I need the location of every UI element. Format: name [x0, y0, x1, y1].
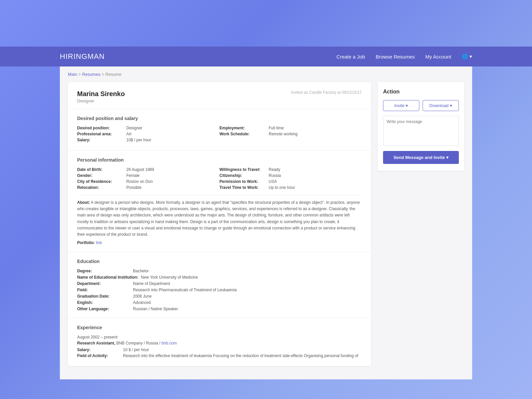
- grad-date-value: 2008 June: [133, 294, 152, 299]
- exp-company: Research Assistant, BNB Company / Russia…: [77, 341, 362, 345]
- desired-employment-label: Employment:: [219, 126, 266, 130]
- desired-position-value: Designer: [126, 126, 142, 130]
- desired-area-label: Professional area:: [77, 132, 124, 136]
- relocation-row: Relocation: Possible: [77, 185, 219, 190]
- english-row: English: Advanced: [77, 300, 362, 305]
- nav-language-selector[interactable]: 🌐 ▾: [462, 54, 472, 60]
- content-layout: Marina Sirenko Designer Invited as Candl…: [68, 82, 464, 366]
- desired-salary-label: Salary:: [77, 138, 124, 142]
- degree-row: Degree: Bachelor: [77, 269, 362, 273]
- personal-right: Willingness to Travel: Ready Citizenship…: [219, 167, 362, 191]
- nav-browse-resumes[interactable]: Browse Resumes: [376, 54, 415, 60]
- travel-label: Willingness to Travel:: [219, 167, 266, 172]
- brand-logo[interactable]: HIRINGMAN: [60, 52, 105, 61]
- desired-salary-row: Salary: 10$ / per hour: [77, 138, 219, 142]
- travel-value: Ready: [269, 167, 280, 172]
- department-row: Department: Name of Department: [77, 281, 362, 286]
- action-panel: Action Invite ▾ Download ▾ Send Message …: [378, 82, 464, 171]
- field-row: Field: Research into Pharmaceuticals of …: [77, 288, 362, 292]
- desired-info-grid: Desired position: Designer Professional …: [77, 126, 362, 144]
- breadcrumb-main[interactable]: Main: [68, 72, 77, 77]
- exp-field-row: Field of Activity: Research into the eff…: [77, 353, 362, 358]
- breadcrumb-resumes[interactable]: Resumes: [82, 72, 100, 77]
- city-value: Rostov on Don: [126, 179, 153, 184]
- desired-salary-value: 10$ / per hour: [126, 138, 151, 142]
- nav-links: Create a Job Browse Resumes My Account 🌐…: [336, 54, 472, 60]
- citizenship-label: Citizenship:: [219, 173, 266, 178]
- desired-employment-value: Full time: [269, 126, 284, 130]
- desired-position-row: Desired position: Designer: [77, 126, 219, 130]
- nav-create-job[interactable]: Create a Job: [336, 54, 365, 60]
- field-label: Field:: [77, 288, 130, 292]
- travel-time-row: Travel Time to Work: Up to one hour: [219, 185, 362, 190]
- message-textarea[interactable]: [383, 116, 459, 146]
- dob-label: Date of Birth:: [77, 167, 124, 172]
- desired-employment-row: Employment: Full time: [219, 126, 362, 130]
- personal-info-grid: Date of Birth: 26 August 1989 Gender: Fe…: [77, 167, 362, 191]
- action-buttons: Invite ▾ Download ▾: [383, 100, 459, 111]
- brand-light: MAN: [87, 52, 105, 61]
- other-lang-label: Other Language:: [77, 307, 130, 311]
- other-lang-row: Other Language: Russian / Native Speaker: [77, 307, 362, 311]
- department-label: Department:: [77, 281, 130, 286]
- invite-button[interactable]: Invite ▾: [383, 100, 419, 111]
- navbar: HIRINGMAN Create a Job Browse Resumes My…: [0, 47, 532, 66]
- desired-position-label: Desired position:: [77, 126, 124, 130]
- brand-bold: HIRING: [60, 52, 87, 61]
- desired-schedule-label: Work Schedule:: [219, 132, 266, 136]
- divider: [77, 195, 362, 196]
- permission-value: USA: [269, 179, 277, 184]
- personal-section: Personal information Date of Birth: 26 A…: [68, 151, 371, 252]
- personal-left: Date of Birth: 26 August 1989 Gender: Fe…: [77, 167, 219, 191]
- institution-value: New York University of Medicine: [141, 275, 198, 280]
- desired-schedule-row: Work Schedule: Remote working: [219, 132, 362, 136]
- exp-company-link[interactable]: bnb.com: [162, 341, 177, 345]
- grad-date-label: Graduation Date:: [77, 294, 130, 299]
- desired-area-value: Art: [126, 132, 131, 136]
- about-content: A designer is a person who designs. More…: [77, 200, 360, 237]
- resume-header: Marina Sirenko Designer Invited as Candl…: [68, 82, 371, 109]
- desired-area-row: Professional area: Art: [77, 132, 219, 136]
- portfolio-label: Portfolio:: [77, 240, 95, 245]
- breadcrumb: Main > Resumes > Resume: [68, 72, 464, 77]
- other-lang-value: Russian / Native Speaker: [133, 307, 178, 311]
- portfolio-link[interactable]: link: [96, 240, 102, 245]
- education-grid: Degree: Bachelor Name of Educational Ins…: [77, 269, 362, 311]
- gender-row: Gender: Female: [77, 173, 219, 178]
- breadcrumb-current: Resume: [105, 72, 121, 77]
- relocation-value: Possible: [126, 185, 141, 190]
- travel-time-label: Travel Time to Work:: [219, 185, 266, 190]
- english-value: Advanced: [133, 300, 151, 305]
- exp-field-value: Research into the effective treatment of…: [123, 353, 358, 358]
- exp-field-label: Field of Activity:: [77, 353, 120, 358]
- breadcrumb-sep1: >: [77, 72, 82, 77]
- desired-right: Employment: Full time Work Schedule: Rem…: [219, 126, 362, 144]
- experience-section-title: Experience: [77, 325, 362, 330]
- send-message-button[interactable]: Send Message and Invite ▾: [383, 151, 459, 164]
- action-title: Action: [383, 89, 459, 95]
- dob-row: Date of Birth: 26 August 1989: [77, 167, 219, 172]
- education-section-title: Education: [77, 259, 362, 264]
- breadcrumb-sep2: >: [100, 72, 105, 77]
- experience-section: Experience August 2002 – present: Resear…: [68, 318, 371, 366]
- exp-company-name: BNB Company / Russia /: [116, 341, 161, 345]
- download-button[interactable]: Download ▾: [423, 100, 459, 111]
- gender-value: Female: [126, 173, 140, 178]
- grad-date-row: Graduation Date: 2008 June: [77, 294, 362, 299]
- candidate-info: Marina Sirenko Designer: [77, 90, 125, 103]
- exp-date: August 2002 – present:: [77, 335, 362, 339]
- nav-my-account[interactable]: My Account: [425, 54, 451, 60]
- personal-section-title: Personal information: [77, 157, 362, 163]
- page-wrapper: Main > Resumes > Resume Marina Sirenko D…: [60, 66, 472, 379]
- english-label: English:: [77, 300, 130, 305]
- portfolio-row: Portfolio: link: [77, 240, 362, 245]
- permission-row: Permission to Work: USA: [219, 179, 362, 184]
- desired-schedule-value: Remote working: [269, 132, 298, 136]
- exp-salary-label: Salary:: [77, 347, 120, 352]
- permission-label: Permission to Work:: [219, 179, 266, 184]
- exp-salary-value: 10 $ / per hour: [123, 347, 149, 352]
- exp-role: Research Assistant,: [77, 341, 115, 345]
- institution-row: Name of Educational Institution: New Yor…: [77, 275, 362, 280]
- dob-value: 26 August 1989: [126, 167, 154, 172]
- degree-value: Bachelor: [133, 269, 149, 273]
